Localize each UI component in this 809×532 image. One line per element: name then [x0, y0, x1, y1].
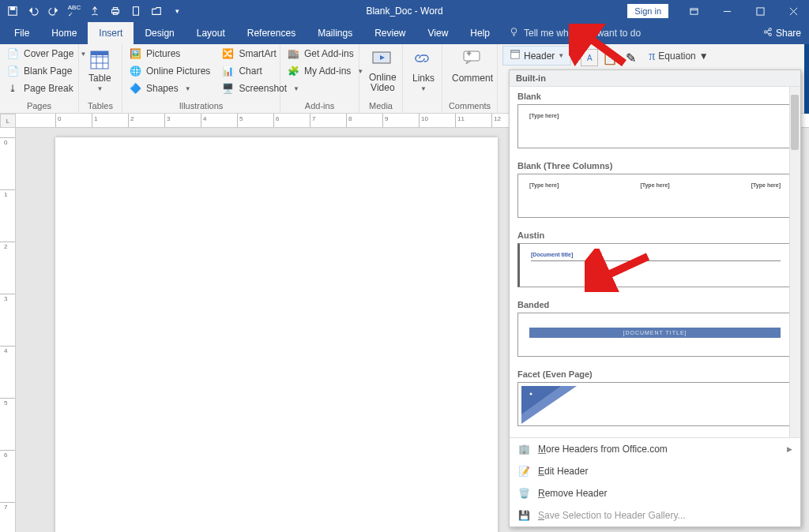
tab-layout[interactable]: Layout	[186, 22, 236, 44]
chevron-down-icon: ▼	[420, 85, 427, 92]
comment-button[interactable]: + Comment	[447, 46, 498, 84]
header-preview: [Type here]	[517, 104, 792, 148]
placeholder-text: [Type here]	[751, 182, 781, 188]
chevron-down-icon: ▼	[96, 85, 103, 92]
touch-mode-icon[interactable]	[87, 3, 103, 19]
minimize-button[interactable]	[711, 0, 743, 22]
header-option-facet-even[interactable]: Facet (Even Page)	[510, 365, 800, 434]
header-icon	[510, 49, 521, 62]
svg-rect-18	[511, 51, 520, 53]
dropdown-footer: 🏢 More Headers from Office.com ▶ 📝 Edit …	[510, 437, 800, 526]
undo-icon[interactable]	[25, 3, 41, 19]
blank-page-icon: 📄	[6, 65, 19, 77]
vertical-ruler[interactable]: 0123456789	[0, 128, 16, 532]
wordart-icon[interactable]: ✎	[622, 49, 639, 66]
tab-references[interactable]: References	[236, 22, 307, 44]
sign-in-button[interactable]: Sign in	[627, 4, 668, 18]
edit-header-menu[interactable]: 📝 Edit Header	[510, 460, 800, 482]
ruler-corner[interactable]: L	[0, 114, 16, 128]
remove-header-menu[interactable]: 🗑️ Remove Header	[510, 482, 800, 504]
table-button[interactable]: Table▼	[84, 46, 116, 92]
save-to-gallery-menu: 💾 Save Selection to Header Gallery...	[510, 504, 800, 526]
tab-design[interactable]: Design	[134, 22, 185, 44]
spellcheck-icon[interactable]: ABC✓	[66, 3, 82, 19]
chevron-down-icon: ▼	[699, 51, 709, 62]
tab-insert[interactable]: Insert	[88, 22, 134, 44]
close-button[interactable]	[777, 0, 809, 22]
my-addins-label: My Add-ins	[304, 66, 351, 77]
title-bar: ABC✓ ▾ Blank_Doc - Word Sign in	[0, 0, 809, 22]
tab-review[interactable]: Review	[363, 22, 416, 44]
quick-parts-icon[interactable]: 📋	[601, 49, 619, 66]
header-preview: [DOCUMENT TITLE]	[517, 313, 792, 357]
divider	[531, 260, 781, 261]
get-addins-button[interactable]: 🏬Get Add-ins	[285, 46, 365, 62]
group-links: Links▼	[403, 44, 442, 113]
save-icon[interactable]	[5, 3, 21, 19]
shapes-button[interactable]: 🔷Shapes▼	[127, 81, 212, 96]
open-icon[interactable]	[149, 3, 164, 19]
online-pictures-button[interactable]: 🌐Online Pictures	[127, 63, 212, 79]
online-pictures-label: Online Pictures	[146, 66, 210, 77]
header-option-name: Blank	[517, 92, 792, 101]
svg-text:+: +	[467, 50, 471, 58]
tell-me-search[interactable]: Tell me what you want to do	[501, 22, 649, 44]
text-group: A 📋 ✎	[581, 46, 639, 66]
new-doc-icon[interactable]	[128, 3, 144, 19]
group-pages-label: Pages	[5, 99, 73, 113]
more-headers-menu[interactable]: 🏢 More Headers from Office.com ▶	[510, 438, 800, 460]
window-controls: Sign in	[627, 0, 809, 22]
document-page[interactable]	[55, 137, 498, 532]
tab-mailings[interactable]: Mailings	[307, 22, 363, 44]
links-button[interactable]: Links▼	[408, 46, 439, 92]
svg-rect-13	[91, 51, 108, 55]
redo-icon[interactable]	[46, 3, 62, 19]
equation-button[interactable]: π Equation ▼	[649, 46, 708, 63]
my-addins-button[interactable]: 🧩My Add-ins▼	[285, 63, 365, 79]
maximize-button[interactable]	[744, 0, 776, 22]
screenshot-label: Screenshot	[239, 83, 287, 94]
qat-more-icon[interactable]: ▾	[169, 3, 185, 19]
header-option-three-columns[interactable]: Blank (Three Columns) [Type here] [Type …	[510, 156, 800, 226]
tab-help[interactable]: Help	[459, 22, 501, 44]
chart-label: Chart	[239, 66, 262, 77]
print-icon[interactable]	[107, 3, 123, 19]
group-media: Online Video Media	[359, 44, 403, 113]
group-illustrations-label: Illustrations	[127, 99, 275, 113]
blank-page-button[interactable]: 📄Blank Page	[5, 63, 88, 79]
pictures-button[interactable]: 🖼️Pictures	[127, 46, 212, 62]
share-button[interactable]: Share	[762, 22, 801, 44]
svg-rect-15	[464, 51, 480, 61]
online-video-button[interactable]: Online Video	[364, 46, 401, 93]
group-links-label	[408, 99, 437, 113]
header-dropdown: Built-in Blank [Type here] Blank (Three …	[509, 69, 801, 527]
remove-header-label: Remove Header	[538, 488, 607, 499]
dropdown-scrollbar[interactable]	[789, 87, 800, 437]
scrollbar-thumb[interactable]	[791, 95, 799, 150]
header-option-blank[interactable]: Blank [Type here]	[510, 87, 800, 156]
cover-page-button[interactable]: 📄Cover Page▼	[5, 46, 88, 62]
tab-file[interactable]: File	[3, 22, 40, 44]
comment-label: Comment	[452, 73, 493, 84]
ribbon-display-icon[interactable]	[678, 0, 709, 22]
ribbon-tabs: File Home Insert Design Layout Reference…	[0, 22, 809, 44]
video-icon	[371, 49, 393, 71]
lightbulb-icon	[509, 27, 519, 39]
chevron-down-icon: ▼	[558, 52, 564, 59]
screenshot-icon: 🖥️	[221, 82, 234, 95]
svg-point-8	[511, 28, 517, 34]
edit-icon: 📝	[517, 465, 530, 478]
equation-label: Equation	[658, 51, 695, 62]
header-button[interactable]: Header ▼	[502, 46, 571, 66]
tab-view[interactable]: View	[417, 22, 460, 44]
online-pictures-icon: 🌐	[129, 65, 141, 77]
header-option-austin[interactable]: Austin [Document title]	[510, 226, 800, 295]
page-break-button[interactable]: ⤓Page Break	[5, 81, 88, 96]
svg-point-9	[764, 31, 766, 33]
group-comments: + Comment Comments	[442, 44, 498, 113]
text-box-icon[interactable]: A	[581, 49, 598, 66]
header-option-banded[interactable]: Banded [DOCUMENT TITLE]	[510, 295, 800, 365]
page-break-icon: ⤓	[6, 82, 19, 95]
quick-access-toolbar: ABC✓ ▾	[0, 0, 190, 22]
tab-home[interactable]: Home	[40, 22, 88, 44]
